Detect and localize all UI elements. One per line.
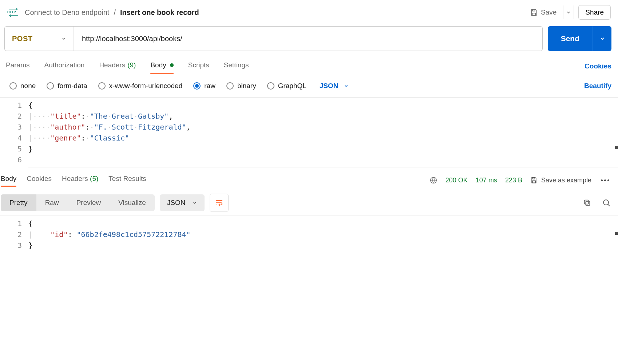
copy-icon[interactable] [583,199,591,207]
svg-rect-2 [586,201,590,205]
radio-icon [98,82,106,90]
cookies-link[interactable]: Cookies [585,62,611,70]
breadcrumb-separator: / [114,8,116,17]
response-format-label: JSON [167,199,186,207]
method-label: POST [12,35,32,43]
tab-settings[interactable]: Settings [224,59,249,74]
response-body-editor[interactable]: 1 2 3 {| "id": "66b2fe498c1cd57572212784… [0,215,618,310]
request-body-editor[interactable]: 1 2 3 4 5 6 {|····"title":·"The·Great·Ga… [0,97,618,167]
content-type-select[interactable]: JSON [320,82,349,90]
search-icon[interactable] [602,198,611,207]
radio-icon [9,82,17,90]
tab-authorization[interactable]: Authorization [44,59,84,74]
radio-icon [226,82,234,90]
save-as-example-label: Save as example [541,177,591,184]
request-url-row: POST Send [0,26,618,58]
body-type-graphql[interactable]: GraphQL [267,82,306,90]
response-size: 223 B [505,177,522,184]
chevron-down-icon [344,83,349,88]
response-tab-headers-label: Headers [62,175,88,182]
tab-headers-label: Headers [99,61,125,69]
body-type-raw-label: raw [204,82,215,90]
body-type-none[interactable]: none [9,82,36,90]
scroll-marker-icon [615,146,618,149]
http-protocol-icon: HTTP [7,7,20,18]
url-input[interactable] [74,27,542,51]
wrap-lines-button[interactable] [210,194,229,212]
body-type-raw[interactable]: raw [193,82,215,90]
response-format-select[interactable]: JSON [160,194,205,211]
save-dropdown-button[interactable] [563,5,574,19]
header-actions: Save Share [528,5,611,20]
save-label: Save [541,8,556,16]
send-dropdown-button[interactable] [593,26,611,51]
globe-icon[interactable] [429,176,437,184]
svg-text:HTTP: HTTP [7,10,16,14]
tab-body[interactable]: Body [150,59,173,74]
save-button[interactable]: Save [528,6,559,19]
beautify-button[interactable]: Beautify [584,82,611,90]
response-view-toolbar: Pretty Raw Preview Visualize JSON [0,189,618,215]
response-tab-test-results[interactable]: Test Results [108,174,146,186]
url-box: POST [4,26,543,51]
breadcrumb-request-name[interactable]: Insert one book record [120,8,199,17]
response-tab-headers[interactable]: Headers (5) [62,174,98,186]
headers-count-badge: (9) [127,61,136,69]
radio-icon [193,82,201,90]
line-gutter: 1 2 3 [0,216,28,253]
radio-icon [267,82,274,90]
view-mode-visualize[interactable]: Visualize [110,194,155,211]
tab-params[interactable]: Params [6,59,29,74]
code-area[interactable]: {| "id": "66b2fe498c1cd57572212784"} [28,216,618,253]
body-type-row: none form-data x-www-form-urlencoded raw… [0,74,618,97]
send-button[interactable]: Send [548,26,593,51]
save-icon [530,177,538,184]
view-mode-segment: Pretty Raw Preview Visualize [1,194,155,211]
request-tabs-row: Params Authorization Headers (9) Body Sc… [0,58,618,74]
body-type-graphql-label: GraphQL [278,82,306,90]
response-headers-count-badge: (5) [90,175,98,182]
wrap-icon [215,199,223,206]
breadcrumb: Connect to Deno endpoint / Insert one bo… [25,8,523,17]
response-time: 107 ms [476,177,497,184]
body-type-urlencoded-label: x-www-form-urlencoded [109,82,183,90]
response-tab-body[interactable]: Body [1,174,16,186]
body-type-urlencoded[interactable]: x-www-form-urlencoded [98,82,183,90]
save-icon [530,8,538,16]
chevron-down-icon [192,200,197,205]
content-type-label: JSON [320,82,338,90]
body-modified-dot-icon [170,63,174,67]
save-as-example-button[interactable]: Save as example [530,177,591,184]
view-mode-preview[interactable]: Preview [68,194,110,211]
response-tab-cookies[interactable]: Cookies [27,174,52,186]
view-mode-raw[interactable]: Raw [36,194,68,211]
body-type-binary-label: binary [237,82,256,90]
method-select[interactable]: POST [5,27,74,51]
scroll-marker-icon [615,232,618,235]
share-button[interactable]: Share [578,5,611,20]
response-tabs-row: Body Cookies Headers (5) Test Results 20… [0,167,618,189]
header-bar: HTTP Connect to Deno endpoint / Insert o… [0,0,618,26]
more-options-icon[interactable] [599,178,611,183]
tab-scripts[interactable]: Scripts [188,59,209,74]
response-status: 200 OK [445,177,468,184]
body-type-form-data-label: form-data [58,82,87,90]
body-type-none-label: none [20,82,36,90]
code-area[interactable]: {|····"title":·"The·Great·Gatsby",|····"… [28,98,618,167]
body-type-form-data[interactable]: form-data [47,82,87,90]
breadcrumb-collection[interactable]: Connect to Deno endpoint [25,8,109,17]
tab-headers[interactable]: Headers (9) [99,59,136,74]
tab-body-label: Body [150,61,166,69]
svg-rect-3 [585,200,589,204]
svg-point-4 [603,200,609,205]
chevron-down-icon [61,36,66,41]
send-button-group: Send [548,26,611,51]
radio-icon [47,82,54,90]
line-gutter: 1 2 3 4 5 6 [0,98,28,167]
body-type-binary[interactable]: binary [226,82,256,90]
view-mode-pretty[interactable]: Pretty [1,194,36,211]
